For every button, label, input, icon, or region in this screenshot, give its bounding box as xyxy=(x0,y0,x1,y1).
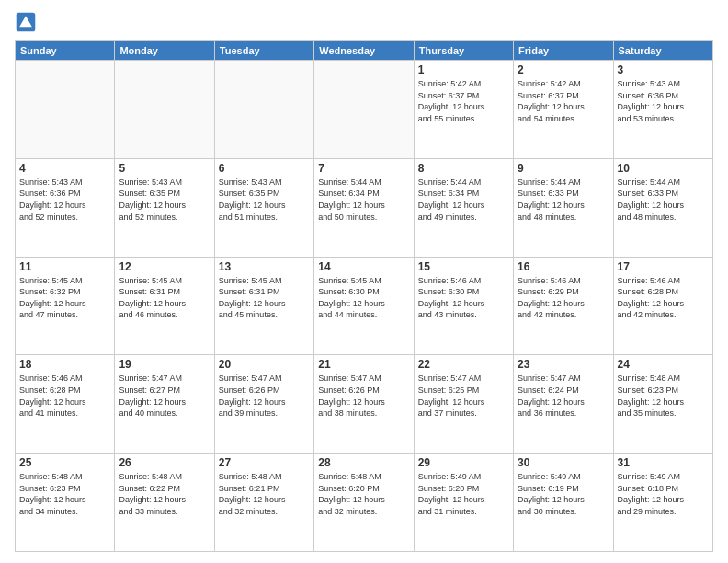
day-info: Sunrise: 5:48 AM Sunset: 6:20 PM Dayligh… xyxy=(318,471,409,517)
day-cell: 10Sunrise: 5:44 AM Sunset: 6:33 PM Dayli… xyxy=(613,158,712,257)
day-cell: 4Sunrise: 5:43 AM Sunset: 6:36 PM Daylig… xyxy=(16,158,115,257)
day-number: 26 xyxy=(119,456,210,469)
day-number: 28 xyxy=(318,456,409,469)
day-number: 10 xyxy=(618,162,709,175)
day-number: 15 xyxy=(418,260,509,273)
day-number: 21 xyxy=(318,358,409,371)
day-info: Sunrise: 5:47 AM Sunset: 6:24 PM Dayligh… xyxy=(518,373,609,419)
day-cell: 27Sunrise: 5:48 AM Sunset: 6:21 PM Dayli… xyxy=(214,454,313,552)
day-cell: 14Sunrise: 5:45 AM Sunset: 6:30 PM Dayli… xyxy=(314,257,414,355)
day-info: Sunrise: 5:48 AM Sunset: 6:23 PM Dayligh… xyxy=(618,373,709,419)
day-info: Sunrise: 5:42 AM Sunset: 6:37 PM Dayligh… xyxy=(518,78,609,124)
header-day-thursday: Thursday xyxy=(414,41,513,61)
day-cell: 22Sunrise: 5:47 AM Sunset: 6:25 PM Dayli… xyxy=(414,355,513,454)
day-number: 2 xyxy=(518,63,609,76)
week-row-4: 18Sunrise: 5:46 AM Sunset: 6:28 PM Dayli… xyxy=(16,355,713,454)
day-cell: 31Sunrise: 5:49 AM Sunset: 6:18 PM Dayli… xyxy=(613,454,712,552)
day-cell: 3Sunrise: 5:43 AM Sunset: 6:36 PM Daylig… xyxy=(613,61,712,159)
day-number: 27 xyxy=(219,456,310,469)
day-cell: 19Sunrise: 5:47 AM Sunset: 6:27 PM Dayli… xyxy=(115,355,214,454)
day-info: Sunrise: 5:46 AM Sunset: 6:29 PM Dayligh… xyxy=(518,275,609,321)
day-cell: 20Sunrise: 5:47 AM Sunset: 6:26 PM Dayli… xyxy=(214,355,313,454)
day-number: 7 xyxy=(318,162,409,175)
day-info: Sunrise: 5:44 AM Sunset: 6:33 PM Dayligh… xyxy=(518,177,609,223)
day-number: 30 xyxy=(518,456,609,469)
day-info: Sunrise: 5:49 AM Sunset: 6:20 PM Dayligh… xyxy=(418,471,509,517)
day-number: 31 xyxy=(618,456,709,469)
header-row: SundayMondayTuesdayWednesdayThursdayFrid… xyxy=(16,41,713,61)
day-cell: 28Sunrise: 5:48 AM Sunset: 6:20 PM Dayli… xyxy=(314,454,414,552)
day-info: Sunrise: 5:44 AM Sunset: 6:34 PM Dayligh… xyxy=(418,177,509,223)
day-cell: 21Sunrise: 5:47 AM Sunset: 6:26 PM Dayli… xyxy=(314,355,414,454)
day-number: 9 xyxy=(518,162,609,175)
day-info: Sunrise: 5:46 AM Sunset: 6:30 PM Dayligh… xyxy=(418,275,509,321)
week-row-3: 11Sunrise: 5:45 AM Sunset: 6:32 PM Dayli… xyxy=(16,257,713,355)
week-row-5: 25Sunrise: 5:48 AM Sunset: 6:23 PM Dayli… xyxy=(16,454,713,552)
day-info: Sunrise: 5:43 AM Sunset: 6:35 PM Dayligh… xyxy=(119,177,210,223)
day-number: 6 xyxy=(219,162,310,175)
day-number: 22 xyxy=(418,358,509,371)
day-number: 19 xyxy=(119,358,210,371)
day-number: 3 xyxy=(618,63,709,76)
day-info: Sunrise: 5:45 AM Sunset: 6:32 PM Dayligh… xyxy=(19,275,110,321)
day-cell: 6Sunrise: 5:43 AM Sunset: 6:35 PM Daylig… xyxy=(214,158,313,257)
day-number: 29 xyxy=(418,456,509,469)
day-info: Sunrise: 5:45 AM Sunset: 6:31 PM Dayligh… xyxy=(119,275,210,321)
day-number: 25 xyxy=(19,456,110,469)
header-day-sunday: Sunday xyxy=(16,41,115,61)
day-info: Sunrise: 5:43 AM Sunset: 6:35 PM Dayligh… xyxy=(219,177,310,223)
day-cell xyxy=(16,61,115,159)
day-cell: 5Sunrise: 5:43 AM Sunset: 6:35 PM Daylig… xyxy=(115,158,214,257)
header xyxy=(15,11,713,33)
day-info: Sunrise: 5:43 AM Sunset: 6:36 PM Dayligh… xyxy=(618,78,709,124)
day-cell: 12Sunrise: 5:45 AM Sunset: 6:31 PM Dayli… xyxy=(115,257,214,355)
day-cell xyxy=(314,61,414,159)
day-info: Sunrise: 5:43 AM Sunset: 6:36 PM Dayligh… xyxy=(19,177,110,223)
day-info: Sunrise: 5:45 AM Sunset: 6:30 PM Dayligh… xyxy=(318,275,409,321)
header-day-friday: Friday xyxy=(514,41,613,61)
day-number: 12 xyxy=(119,260,210,273)
header-day-tuesday: Tuesday xyxy=(214,41,313,61)
day-number: 17 xyxy=(618,260,709,273)
day-number: 4 xyxy=(19,162,110,175)
day-cell: 8Sunrise: 5:44 AM Sunset: 6:34 PM Daylig… xyxy=(414,158,513,257)
day-number: 8 xyxy=(418,162,509,175)
logo-icon xyxy=(15,11,37,33)
day-number: 18 xyxy=(19,358,110,371)
day-cell: 17Sunrise: 5:46 AM Sunset: 6:28 PM Dayli… xyxy=(613,257,712,355)
day-info: Sunrise: 5:47 AM Sunset: 6:26 PM Dayligh… xyxy=(318,373,409,419)
day-number: 23 xyxy=(518,358,609,371)
day-cell: 2Sunrise: 5:42 AM Sunset: 6:37 PM Daylig… xyxy=(514,61,613,159)
logo xyxy=(15,11,40,33)
day-cell: 11Sunrise: 5:45 AM Sunset: 6:32 PM Dayli… xyxy=(16,257,115,355)
day-number: 1 xyxy=(418,63,509,76)
day-info: Sunrise: 5:48 AM Sunset: 6:21 PM Dayligh… xyxy=(219,471,310,517)
day-info: Sunrise: 5:49 AM Sunset: 6:19 PM Dayligh… xyxy=(518,471,609,517)
calendar-page: SundayMondayTuesdayWednesdayThursdayFrid… xyxy=(0,0,728,563)
day-info: Sunrise: 5:47 AM Sunset: 6:27 PM Dayligh… xyxy=(119,373,210,419)
day-number: 24 xyxy=(618,358,709,371)
header-day-monday: Monday xyxy=(115,41,214,61)
day-cell: 25Sunrise: 5:48 AM Sunset: 6:23 PM Dayli… xyxy=(16,454,115,552)
day-info: Sunrise: 5:49 AM Sunset: 6:18 PM Dayligh… xyxy=(618,471,709,517)
day-cell: 15Sunrise: 5:46 AM Sunset: 6:30 PM Dayli… xyxy=(414,257,513,355)
day-info: Sunrise: 5:45 AM Sunset: 6:31 PM Dayligh… xyxy=(219,275,310,321)
day-number: 20 xyxy=(219,358,310,371)
day-cell: 9Sunrise: 5:44 AM Sunset: 6:33 PM Daylig… xyxy=(514,158,613,257)
day-number: 14 xyxy=(318,260,409,273)
day-info: Sunrise: 5:44 AM Sunset: 6:33 PM Dayligh… xyxy=(618,177,709,223)
calendar-table: SundayMondayTuesdayWednesdayThursdayFrid… xyxy=(15,40,713,552)
day-info: Sunrise: 5:47 AM Sunset: 6:26 PM Dayligh… xyxy=(219,373,310,419)
day-number: 13 xyxy=(219,260,310,273)
day-cell: 26Sunrise: 5:48 AM Sunset: 6:22 PM Dayli… xyxy=(115,454,214,552)
day-info: Sunrise: 5:47 AM Sunset: 6:25 PM Dayligh… xyxy=(418,373,509,419)
day-cell: 29Sunrise: 5:49 AM Sunset: 6:20 PM Dayli… xyxy=(414,454,513,552)
day-cell xyxy=(115,61,214,159)
day-info: Sunrise: 5:48 AM Sunset: 6:23 PM Dayligh… xyxy=(19,471,110,517)
day-info: Sunrise: 5:44 AM Sunset: 6:34 PM Dayligh… xyxy=(318,177,409,223)
day-number: 16 xyxy=(518,260,609,273)
day-cell: 18Sunrise: 5:46 AM Sunset: 6:28 PM Dayli… xyxy=(16,355,115,454)
day-cell: 16Sunrise: 5:46 AM Sunset: 6:29 PM Dayli… xyxy=(514,257,613,355)
day-cell: 7Sunrise: 5:44 AM Sunset: 6:34 PM Daylig… xyxy=(314,158,414,257)
day-info: Sunrise: 5:46 AM Sunset: 6:28 PM Dayligh… xyxy=(618,275,709,321)
